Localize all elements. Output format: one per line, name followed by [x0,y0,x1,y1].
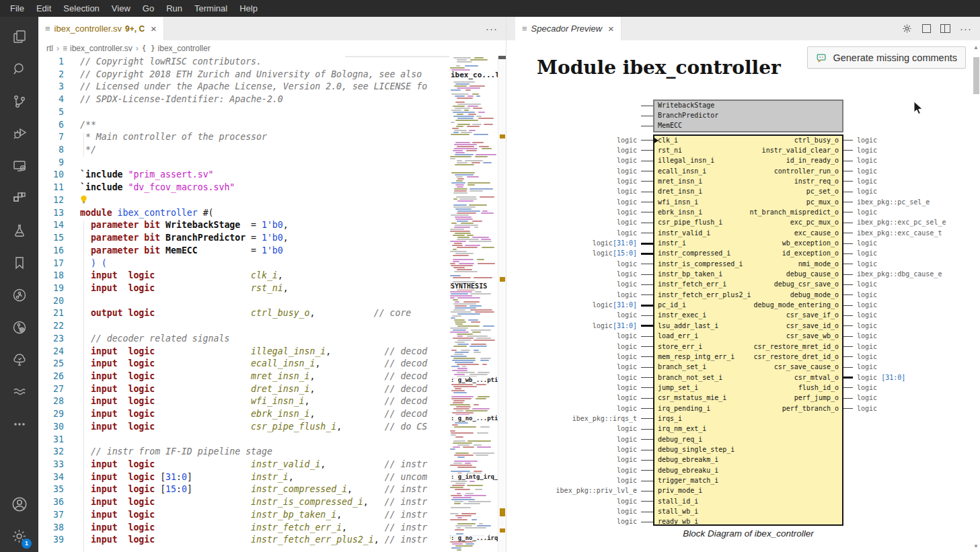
editor-more-actions-icon[interactable]: ··· [486,23,498,34]
minimap-line [452,543,463,545]
code-line-36[interactable]: 36 input logic instr_is_compressed_i, //… [38,496,449,509]
menu-item-help[interactable]: Help [233,0,264,17]
gear-icon[interactable] [901,23,913,34]
code-line-17[interactable]: 17 ) ( [38,258,449,270]
minimap[interactable]: ibex_co...llerSYNTHESIS: g_wb_...ptic: g… [449,56,498,552]
menu-item-edit[interactable]: Edit [30,0,57,17]
code-line-14[interactable]: 14 parameter bit WritebackStage = 1'b0, [38,219,449,232]
menu-item-go[interactable]: Go [137,0,160,17]
minimap-line [457,333,473,335]
generate-missing-comments-button[interactable]: Generate missing comments [807,46,966,69]
run-debug-icon[interactable] [0,122,38,145]
search-icon[interactable] [0,58,38,81]
port-type: logic [857,301,877,309]
code-line-15[interactable]: 15 parameter bit BranchPredictor = 1'b0, [38,232,449,245]
menu-item-selection[interactable]: Selection [57,0,105,17]
code-line-37[interactable]: 37 input logic instr_bp_taken_i, // inst… [38,509,449,522]
code-line-4[interactable]: 4// SPDX-License-Identifier: Apache-2.0 [38,93,449,106]
code-line-32[interactable]: 32 // instr from IF-ID pipeline stage [38,446,449,459]
code-line-1[interactable]: 1// Copyright lowRISC contributors. [38,56,449,69]
minimap-line [454,190,467,192]
minimap-line [457,549,461,551]
breadcrumb-rtl[interactable]: rtl [46,44,53,53]
code-line-6[interactable]: 6/** [38,119,449,132]
split-editor-icon[interactable] [940,24,950,33]
code-line-26[interactable]: 26 input logic mret_insn_i, // decod [38,370,449,383]
verification-waves-icon[interactable] [0,381,38,403]
explorer-icon[interactable] [0,26,38,48]
port-type: logic [857,280,877,288]
code-line-33[interactable]: 33 input logic instr_valid_i, // instr [38,459,449,471]
code-line-39[interactable]: 39 input logic instr_fetch_err_plus2_i, … [38,534,449,547]
minimap-line [451,89,461,91]
code-line-28[interactable]: 28 input logic wfi_insn_i, // decod [38,395,449,408]
code-line-24[interactable]: 24 input logic illegal_insn_i, // decod [38,346,449,358]
minimap-line [468,319,478,321]
code-line-34[interactable]: 34 input logic [31:0] instr_i, // uncom [38,471,449,484]
breadcrumb-file[interactable]: ibex_controller.sv [70,44,133,53]
source-control-icon[interactable] [0,90,38,113]
dependency-graph-icon[interactable] [0,284,38,307]
menu-item-terminal[interactable]: Terminal [188,0,233,17]
port-type: logic [506,508,637,516]
code-line-16[interactable]: 16 parameter bit MemECC = 1'b0 [38,245,449,258]
tab-specador-preview[interactable]: ≡ Specador Preview × [515,17,621,40]
more-actions-icon[interactable] [0,413,38,436]
code-line-7[interactable]: 7 * Main controller of the processor [38,131,449,144]
remote-explorer-icon[interactable] [0,155,38,178]
code-line-25[interactable]: 25 input logic ecall_insn_i, // decod [38,358,449,370]
code-line-23[interactable]: 23 // decoder related signals [38,333,449,346]
code-line-38[interactable]: 38 input logic instr_fetch_err_i, // ins… [38,522,449,535]
overview-ruler[interactable] [498,56,506,552]
minimap-line [453,463,462,464]
breadcrumb[interactable]: rtl › ≡ ibex_controller.sv › { } ibex_co… [38,40,506,56]
toggle-preview-lock-icon[interactable] [922,24,931,33]
code-line-18[interactable]: 18 input logic clk_i, [38,270,449,282]
testing-icon[interactable] [0,219,38,242]
code-line-3[interactable]: 3// Licensed under the Apache License, V… [38,81,449,93]
code-line-9[interactable]: 9 [38,157,449,169]
account-icon[interactable] [0,493,38,516]
scroll-down-icon[interactable]: ▼ [973,543,979,549]
code-line-22[interactable]: 22 [38,320,449,333]
code-line-12[interactable]: 12 [38,194,449,207]
close-tab-icon[interactable]: × [151,23,157,34]
code-line-5[interactable]: 5 [38,106,449,119]
close-preview-tab-icon[interactable]: × [608,23,614,34]
port-stub [843,161,853,161]
menu-item-view[interactable]: View [106,0,137,17]
preview-more-actions-icon[interactable]: ··· [960,23,972,34]
minimap-line [451,134,469,135]
settings-gear-icon[interactable]: 1 [0,524,38,547]
tab-ibex-controller[interactable]: ≡ ibex_controller.sv 9+, C × [38,17,164,40]
code-line-11[interactable]: 11`include "dv_fcov_macros.svh" [38,182,449,194]
code-line-13[interactable]: 13module ibex_controller #( [38,207,449,220]
minimap-line [453,440,465,442]
project-tree-icon[interactable] [0,348,38,371]
code-line-35[interactable]: 35 input logic [15:0] instr_compressed_i… [38,483,449,496]
minimap-line [450,430,455,432]
dependency-review-icon[interactable] [0,316,38,339]
port-stub [641,356,653,357]
scroll-up-icon[interactable]: ▲ [973,44,979,50]
menu-item-file[interactable]: File [4,0,30,17]
code-line-30[interactable]: 30 input logic csr_pipe_flush_i, // do C… [38,421,449,434]
breadcrumb-symbol[interactable]: ibex_controller [158,44,211,53]
minimap-line [450,275,461,276]
code-line-29[interactable]: 29 input logic ebrk_insn_i, // decod [38,408,449,421]
code-line-27[interactable]: 27 input logic dret_insn_i, // decod [38,383,449,396]
lightbulb-icon[interactable] [80,195,87,204]
code-line-8[interactable]: 8 */ [38,144,449,157]
port-type: logic [506,384,637,392]
code-line-21[interactable]: 21 output logic ctrl_busy_o, // core [38,307,449,320]
code-line-10[interactable]: 10`include "prim_assert.sv" [38,169,449,182]
menu-item-run[interactable]: Run [160,0,188,17]
bookmarks-icon[interactable] [0,251,38,274]
code-line-20[interactable]: 20 [38,295,449,308]
code-lines[interactable]: 1// Copyright lowRISC contributors.2// C… [38,56,449,552]
extensions-icon[interactable] [0,187,38,210]
code-line-31[interactable]: 31 [38,434,449,446]
code-line-2[interactable]: 2// Copyright 2018 ETH Zurich and Univer… [38,69,449,81]
preview-scrollbar-thumb[interactable] [973,57,979,94]
code-line-19[interactable]: 19 input logic rst_ni, [38,282,449,295]
